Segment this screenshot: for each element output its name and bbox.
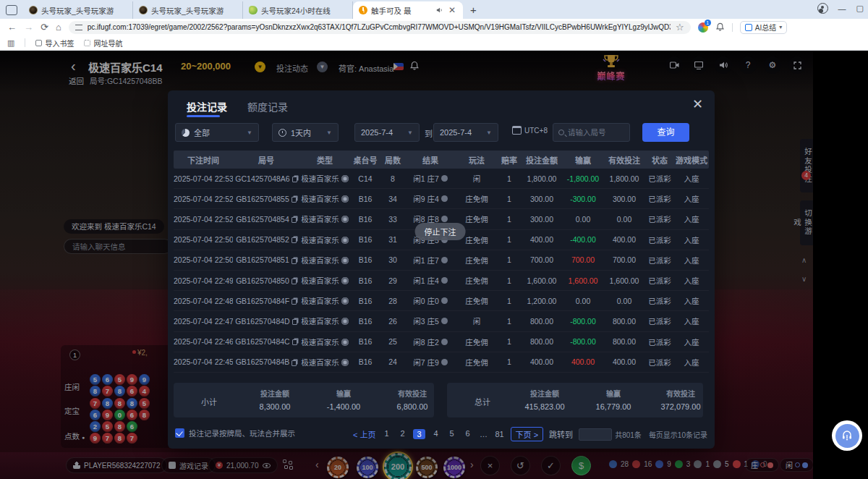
copy-icon[interactable] xyxy=(292,197,297,203)
copy-icon[interactable] xyxy=(292,299,297,305)
cell-play-type: 庄免佣 xyxy=(456,295,498,306)
copy-icon[interactable] xyxy=(292,279,297,284)
cell-bet-amount: 300.00 xyxy=(521,195,563,203)
tab-search-icon[interactable] xyxy=(6,5,17,15)
url-field[interactable]: pc.ifugf.com:17039/egret/game/2002/2562?… xyxy=(69,21,691,34)
cell-bet-amount: 800.00 xyxy=(521,317,563,326)
extension-icon[interactable]: 1 xyxy=(698,22,708,33)
new-tab-button[interactable]: + xyxy=(470,4,477,16)
home-icon[interactable]: ⌂ xyxy=(56,22,61,32)
cell-win-loss: -800.00 xyxy=(563,317,603,326)
copy-icon[interactable] xyxy=(292,360,297,366)
browser-tab[interactable]: 头号玩家_头号玩家游 xyxy=(133,1,243,19)
page-button[interactable]: 4 xyxy=(431,429,441,439)
cell-play-type: 庄免佣 xyxy=(456,275,498,286)
ai-summary-button[interactable]: AI总结 ▾ xyxy=(740,21,787,34)
cell-play-type: 庄免佣 xyxy=(456,336,498,347)
page-button[interactable]: 6 xyxy=(463,429,473,439)
result-info-icon[interactable] xyxy=(441,277,448,284)
last-page-button[interactable]: 81 xyxy=(495,430,505,438)
subtotal-win: 输赢-1,400.00 xyxy=(304,388,383,411)
bet-records-modal: 投注记录 额度记录 ✕ 全部▼ 1天内▼ 2025-7-4▼ 到 2025-7-… xyxy=(168,90,715,449)
copy-icon[interactable] xyxy=(292,237,297,243)
date-to-dropdown[interactable]: 2025-7-4▼ xyxy=(433,123,498,142)
page-button[interactable]: 1 xyxy=(381,429,391,439)
copy-icon[interactable] xyxy=(292,177,297,182)
prev-page-button[interactable]: < 上页 xyxy=(353,428,375,440)
merge-toggle[interactable]: 投注记录按牌局、玩法合并展示 xyxy=(175,428,295,438)
result-info-icon[interactable] xyxy=(441,216,448,222)
back-icon[interactable]: ← xyxy=(7,22,17,32)
cell-game-mode: 入座 xyxy=(674,275,709,286)
pagination: < 上页 123456 … 81 下页 > 跳转到 xyxy=(353,427,612,441)
cell-bet-amount: 300.00 xyxy=(521,215,563,224)
result-info-icon[interactable] xyxy=(441,318,448,324)
page-button[interactable]: 2 xyxy=(397,429,407,439)
cell-table-no: B16 xyxy=(350,215,380,224)
browser-tab[interactable]: 头号玩家_头号玩家游 xyxy=(23,1,133,19)
dealer-cam-icon xyxy=(341,277,349,284)
reload-icon[interactable]: ⟳ xyxy=(41,22,48,32)
range-filter-dropdown[interactable]: 1天内▼ xyxy=(272,123,339,142)
url-text[interactable]: pc.ifugf.com:17039/egret/game/2002/2562?… xyxy=(88,23,671,31)
browser-tab[interactable]: 头号玩家24小时在线 xyxy=(243,1,353,19)
type-filter-icon xyxy=(182,129,190,137)
tab-audio-icon[interactable] xyxy=(436,7,443,14)
cell-odds: 1 xyxy=(498,317,521,326)
cell-result: 闲1 庄4 xyxy=(405,275,456,286)
tab-close-icon[interactable]: ✕ xyxy=(447,5,457,15)
customer-service-button[interactable] xyxy=(832,420,862,451)
round-search-box[interactable] xyxy=(553,123,630,142)
close-icon[interactable]: ✕ xyxy=(692,96,703,112)
result-info-icon[interactable] xyxy=(441,175,448,182)
cell-bet-amount: 400.00 xyxy=(521,357,563,366)
next-page-button[interactable]: 下页 > xyxy=(511,427,543,441)
result-info-icon[interactable] xyxy=(441,359,448,365)
maximize-button[interactable]: ▢ xyxy=(856,4,864,13)
query-button[interactable]: 查询 xyxy=(642,123,689,142)
result-info-icon[interactable] xyxy=(441,339,448,345)
result-info-icon[interactable] xyxy=(441,195,448,202)
round-search-input[interactable] xyxy=(568,128,618,137)
cell-valid-bet: 0.00 xyxy=(603,215,645,224)
date-from-dropdown[interactable]: 2025-7-4▼ xyxy=(354,123,420,142)
result-info-icon[interactable] xyxy=(441,257,448,263)
browser-tab[interactable]: 触手可及 最✕ xyxy=(353,1,463,19)
tab-quota-records[interactable]: 额度记录 xyxy=(247,99,288,114)
cell-round-id: GB1625704854 xyxy=(233,215,299,224)
cell-table-no: B16 xyxy=(350,297,380,305)
bookmark-nav[interactable]: 网址导航 xyxy=(84,38,122,48)
copy-icon[interactable] xyxy=(292,258,297,264)
page-button[interactable]: 3 xyxy=(413,429,425,439)
cell-game-type: 极速百家乐 xyxy=(299,357,350,368)
copy-icon[interactable] xyxy=(292,217,297,223)
browser-tab-strip: 头号玩家_头号玩家游头号玩家_头号玩家游头号玩家24小时在线触手可及 最✕ + … xyxy=(0,0,868,19)
bet-table-header: 下注时间局号类型桌台号局数结果玩法赔率投注金额输赢有效投注状态游戏模式 xyxy=(174,151,709,169)
dealer-cam-icon xyxy=(341,297,349,305)
bookmark-star-icon[interactable]: ☆ xyxy=(676,22,684,32)
tab-bet-records[interactable]: 投注记录 xyxy=(187,99,227,114)
type-filter-dropdown[interactable]: 全部▼ xyxy=(175,123,259,142)
page-button[interactable]: 5 xyxy=(447,429,457,439)
result-info-icon[interactable] xyxy=(441,297,448,304)
copy-icon[interactable] xyxy=(292,319,297,325)
tab-favicon xyxy=(139,6,148,14)
bookmark-import[interactable]: 导入书签 xyxy=(35,38,74,48)
cell-game-mode: 入座 xyxy=(674,193,709,204)
profile-icon[interactable] xyxy=(817,3,828,14)
checkbox-checked-icon[interactable] xyxy=(175,428,184,438)
forward-icon[interactable]: → xyxy=(24,22,33,32)
cell-bet-time: 2025-07-04 22:52:41 xyxy=(174,195,233,203)
timezone-indicator[interactable]: UTC+8 xyxy=(512,126,548,135)
dealer-cam-icon xyxy=(341,318,349,325)
copy-icon[interactable] xyxy=(292,339,297,345)
minimize-button[interactable]: — xyxy=(838,4,846,13)
jump-page-input[interactable] xyxy=(579,428,612,441)
cell-bet-amount: 1,200.00 xyxy=(521,297,563,305)
cell-round-id: GC14257048A6 xyxy=(233,174,299,183)
cell-game-mode: 入座 xyxy=(674,315,709,326)
side-panel-icon[interactable]: ▥ xyxy=(7,39,14,47)
column-header: 桌台号 xyxy=(350,154,380,166)
bell-icon[interactable] xyxy=(715,22,725,32)
site-settings-icon[interactable] xyxy=(75,25,82,30)
